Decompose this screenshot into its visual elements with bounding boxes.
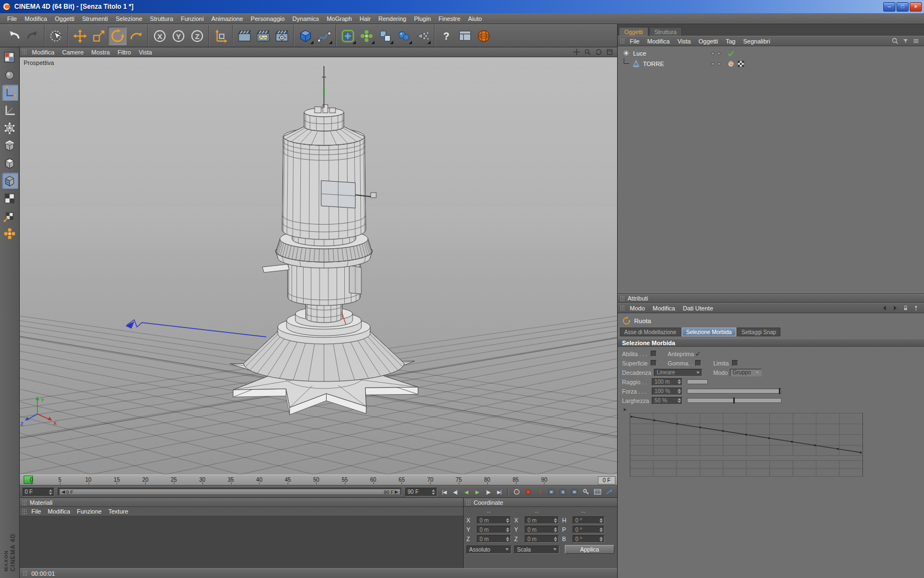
menu-funzioni[interactable]: Funzioni <box>177 13 208 24</box>
next-frame-icon[interactable]: |▶ <box>483 487 493 497</box>
menu-plugin[interactable]: Plugin <box>410 13 435 24</box>
menu-modifica[interactable]: Modifica <box>644 38 674 45</box>
section-header[interactable]: Selezione Morbida <box>618 339 924 347</box>
add-array-icon[interactable] <box>357 26 376 45</box>
prev-frame-icon[interactable]: ◀| <box>450 487 460 497</box>
render-visibility-dot[interactable] <box>717 52 721 55</box>
tab-settaggi-snap[interactable]: Settaggi Snap <box>737 328 780 336</box>
menu-hair[interactable]: Hair <box>356 13 375 24</box>
pin-icon[interactable] <box>912 304 920 312</box>
model-mode-icon[interactable] <box>2 67 18 83</box>
menu-tag[interactable]: Tag <box>722 38 739 45</box>
menu-struttura[interactable]: Struttura <box>146 13 177 24</box>
zoom-view-icon[interactable] <box>583 48 592 56</box>
pan-view-icon[interactable] <box>572 48 581 56</box>
live-selection-icon[interactable] <box>47 26 65 45</box>
axis-x-lock-icon[interactable]: X <box>150 26 169 45</box>
redo-icon[interactable] <box>23 26 42 45</box>
apply-button[interactable]: Applica <box>565 545 614 554</box>
panel-grip-icon[interactable] <box>22 49 27 55</box>
coordinate-field-y-1[interactable]: 0 m <box>525 526 559 533</box>
axis-z-lock-icon[interactable]: Z <box>188 26 206 45</box>
panel-menu-icon[interactable] <box>912 37 920 45</box>
panel-grip-icon[interactable] <box>22 509 27 515</box>
tab-oggetti[interactable]: Oggetti <box>619 27 648 36</box>
menu-modifica[interactable]: Modifica <box>45 508 74 515</box>
tab-asse-di-modellazione[interactable]: Asse di Modellazione <box>620 328 681 336</box>
autokey-icon[interactable] <box>523 487 534 497</box>
superficie-checkbox[interactable] <box>651 360 657 366</box>
scale-tool-icon[interactable] <box>89 26 108 45</box>
menu-strumenti[interactable]: Strumenti <box>78 13 112 24</box>
history-back-icon[interactable] <box>881 304 889 312</box>
points-mode-icon[interactable] <box>2 119 18 136</box>
object-list[interactable]: LuceTORRE <box>618 46 924 294</box>
viewport-canvas[interactable]: YXZ Prospettiva <box>20 57 617 475</box>
object-row-luce[interactable]: Luce <box>618 48 924 58</box>
menu-modifica[interactable]: Modifica <box>649 305 679 312</box>
menu-mograph[interactable]: MoGraph <box>323 13 356 24</box>
menu-selezione[interactable]: Selezione <box>112 13 146 24</box>
timeline-ruler[interactable]: 051015202530354045505560657075808590 0 F <box>20 475 617 486</box>
enabled-check-icon[interactable] <box>727 49 735 57</box>
end-frame-field[interactable]: 90 F <box>405 488 437 497</box>
axis-y-lock-icon[interactable]: Y <box>169 26 188 45</box>
menu-file[interactable]: File <box>28 508 45 515</box>
coordinate-field-z-0[interactable]: 0 m <box>477 535 511 543</box>
object-name[interactable]: Luce <box>633 50 646 57</box>
falloff-curve-graph[interactable] <box>630 413 863 477</box>
cone-object-icon[interactable] <box>631 59 641 68</box>
add-particles-icon[interactable] <box>413 26 432 45</box>
lock-icon[interactable] <box>901 304 910 312</box>
modo-dropdown[interactable]: Gruppo <box>730 369 762 377</box>
texture-tag-icon[interactable] <box>736 59 745 68</box>
orbit-view-icon[interactable] <box>594 48 603 56</box>
timeline-scrubber[interactable]: ◀0 F 90 F▶ <box>58 488 402 496</box>
menu-finestre[interactable]: Finestre <box>435 13 464 24</box>
visibility-toggles[interactable] <box>711 62 721 66</box>
menu-camere[interactable]: Camere <box>58 49 87 56</box>
texture-axis-mode-icon[interactable] <box>2 208 18 224</box>
object-axis-mode-icon[interactable] <box>2 84 18 101</box>
recent-tool-icon[interactable] <box>127 26 145 45</box>
menu-file[interactable]: File <box>626 38 644 45</box>
key-rotation-icon[interactable]: R <box>569 487 580 497</box>
panel-grip-icon[interactable] <box>23 570 28 576</box>
menu-file[interactable]: File <box>3 13 21 24</box>
tab-struttura[interactable]: Struttura <box>649 27 682 36</box>
decadenza-dropdown[interactable]: Lineare <box>654 369 702 377</box>
workplane-icon[interactable] <box>2 102 18 118</box>
panel-grip-icon[interactable] <box>620 296 625 302</box>
coordinate-field-y-0[interactable]: 0 m <box>477 526 511 533</box>
content-browser-icon[interactable] <box>455 26 474 45</box>
menu-modo[interactable]: Modo <box>626 305 649 312</box>
titlebar[interactable]: CINEMA 4D (64 Bit) - [Senza Titolo 1 *] … <box>0 0 924 13</box>
abilita-checkbox[interactable] <box>651 351 657 357</box>
menu-aiuto[interactable]: Aiuto <box>464 13 486 24</box>
current-frame-field[interactable]: 0 F <box>23 488 54 497</box>
texture-mode-icon[interactable] <box>2 190 18 206</box>
add-boole-icon[interactable] <box>376 26 394 45</box>
menu-mostra[interactable]: Mostra <box>87 49 114 56</box>
coordinate-field-h-2[interactable]: 0 ° <box>573 516 604 524</box>
minimize-button[interactable]: ─ <box>883 2 895 12</box>
object-name[interactable]: TORRE <box>643 61 664 67</box>
help-icon[interactable]: ? <box>437 26 455 45</box>
timeline-range-bar[interactable]: ◀0 F 90 F▶ <box>59 489 400 495</box>
toggle-view-icon[interactable] <box>605 48 614 56</box>
edges-mode-icon[interactable] <box>2 137 18 154</box>
undo-icon[interactable] <box>4 26 23 45</box>
editor-visibility-dot[interactable] <box>711 52 714 55</box>
options-help-icon[interactable]: ? <box>535 487 545 497</box>
render-visibility-dot[interactable] <box>717 62 721 66</box>
render-picture-viewer-icon[interactable] <box>254 26 272 45</box>
coordinate-mode-dropdown[interactable]: Assoluto <box>466 546 512 554</box>
coordinate-system-icon[interactable] <box>211 26 230 45</box>
draw-spline-icon[interactable] <box>315 26 333 45</box>
range-end-grabber-icon[interactable]: ▶ <box>395 489 398 494</box>
menu-animazione[interactable]: Animazione <box>207 13 246 24</box>
panel-grip-icon[interactable] <box>22 500 27 506</box>
goto-end-icon[interactable]: ▶| <box>494 487 504 497</box>
menu-personaggio[interactable]: Personaggio <box>247 13 289 24</box>
materials-list-empty[interactable] <box>20 516 463 568</box>
